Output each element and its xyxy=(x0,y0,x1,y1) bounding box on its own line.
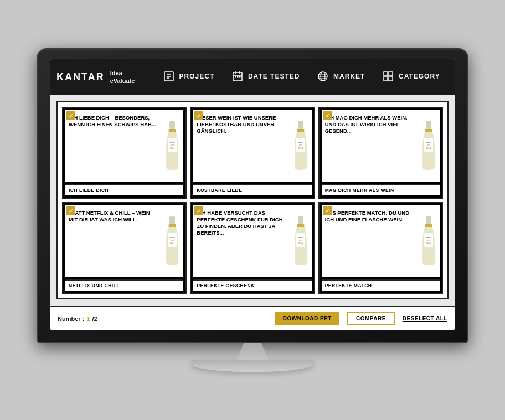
card-label-2: KOSTBARE LIEBE xyxy=(193,184,311,195)
content-area: ICH LIEBE DICH – BESONDERS, WENN ICH EIN… xyxy=(50,95,455,306)
card-inner-6: DAS PERFEKTE MATCH: DU UND ICH UND EINE … xyxy=(322,205,440,277)
svg-rect-49 xyxy=(297,224,304,227)
svg-rect-8 xyxy=(235,76,236,78)
table-row[interactable]: ICH HABE VERSUCHT DAS PERFEKTE GESCHENK … xyxy=(190,202,315,294)
card-label-1: ICH LIEBE DICH xyxy=(65,184,183,195)
card-label-4: NETFLIX UND CHILL xyxy=(65,279,183,291)
navbar: KANTAR Idea eValuate xyxy=(50,59,455,95)
brand-subtitle: Idea eValuate xyxy=(110,69,135,85)
card-text-block-6: DAS PERFEKTE MATCH: DU UND ICH UND EINE … xyxy=(322,205,418,277)
svg-text:750ml: 750ml xyxy=(426,147,431,149)
svg-rect-9 xyxy=(237,76,239,78)
svg-rect-50 xyxy=(426,216,431,224)
table-row[interactable]: ICH LIEBE DICH – BESONDERS, WENN ICH EIN… xyxy=(62,107,187,199)
card-bottle-6: WEIN 2021 750ml xyxy=(418,205,440,277)
svg-rect-20 xyxy=(169,121,175,129)
project-icon xyxy=(163,70,175,82)
nav-items: PROJECT xyxy=(154,59,449,95)
brand: KANTAR Idea eValuate xyxy=(56,69,145,85)
svg-text:750ml: 750ml xyxy=(298,147,303,149)
svg-text:2021: 2021 xyxy=(298,240,302,242)
table-row[interactable]: DAS PERFEKTE MATCH: DU UND ICH UND EINE … xyxy=(318,202,443,294)
card-bottle-4: WEIN 2021 750ml xyxy=(161,205,183,277)
svg-rect-18 xyxy=(384,77,388,81)
brand-kantar: KANTAR xyxy=(56,71,105,83)
svg-rect-31 xyxy=(297,129,304,132)
card-checkbox-3[interactable] xyxy=(323,111,332,120)
svg-text:750ml: 750ml xyxy=(170,242,175,245)
card-text-block-1: ICH LIEBE DICH – BESONDERS, WENN ICH EIN… xyxy=(65,110,161,182)
card-text-block-4: STATT NETFLIX & CHILL – WEIN MIT DIR IST… xyxy=(65,205,161,277)
card-bottle-2: WEIN 2021 750ml xyxy=(290,110,312,182)
number-label: Number : xyxy=(58,315,84,322)
monitor-wrapper: KANTAR Idea eValuate xyxy=(37,48,468,372)
card-checkbox-6[interactable] xyxy=(323,206,332,215)
card-bottle-5: WEIN 2021 750ml xyxy=(290,205,312,277)
card-text-block-2: DIESER WEIN IST WIE UNSERE LIEBE: KOSTBA… xyxy=(193,110,289,182)
card-text-block-3: ICH MAG DICH MEHR ALS WEIN. UND DAS IST … xyxy=(322,110,418,182)
svg-rect-38 xyxy=(169,216,175,224)
compare-button[interactable]: COMPARE xyxy=(347,312,395,325)
svg-text:WEIN: WEIN xyxy=(170,237,176,239)
card-checkbox-2[interactable] xyxy=(194,111,203,120)
svg-rect-37 xyxy=(425,129,432,132)
svg-text:750ml: 750ml xyxy=(298,242,303,245)
svg-rect-19 xyxy=(389,77,393,81)
calendar-icon xyxy=(231,70,244,82)
svg-text:2021: 2021 xyxy=(427,144,431,147)
card-inner-3: ICH MAG DICH MEHR ALS WEIN. UND DAS IST … xyxy=(322,110,440,182)
card-label-3: MAG DICH MEHR ALS WEIN xyxy=(322,184,440,195)
svg-text:WEIN: WEIN xyxy=(426,237,431,239)
card-bottle-3: WEIN 2021 750ml xyxy=(418,110,440,182)
card-label-6: PERFEKTE MATCH xyxy=(322,279,440,291)
total-pages: /2 xyxy=(92,315,97,322)
table-row[interactable]: STATT NETFLIX & CHILL – WEIN MIT DIR IST… xyxy=(62,202,187,294)
category-icon xyxy=(382,70,394,82)
card-inner-2: DIESER WEIN IST WIE UNSERE LIEBE: KOSTBA… xyxy=(193,110,311,182)
table-row[interactable]: ICH MAG DICH MEHR ALS WEIN. UND DAS IST … xyxy=(318,107,443,199)
nav-category[interactable]: CATEGORY xyxy=(374,59,448,95)
card-grid: ICH LIEBE DICH – BESONDERS, WENN ICH EIN… xyxy=(62,107,443,294)
svg-rect-43 xyxy=(169,224,176,227)
svg-rect-44 xyxy=(298,216,303,224)
svg-text:WEIN: WEIN xyxy=(170,142,176,144)
card-inner-1: ICH LIEBE DICH – BESONDERS, WENN ICH EIN… xyxy=(65,110,183,182)
globe-icon xyxy=(317,70,329,82)
svg-text:750ml: 750ml xyxy=(426,242,431,245)
deselect-all-button[interactable]: DESELECT ALL xyxy=(403,315,447,322)
svg-text:WEIN: WEIN xyxy=(298,142,303,144)
table-row[interactable]: DIESER WEIN IST WIE UNSERE LIEBE: KOSTBA… xyxy=(190,107,315,199)
card-bottle-1: WEIN 2021 750ml xyxy=(161,110,183,182)
svg-rect-10 xyxy=(239,76,241,78)
svg-text:2021: 2021 xyxy=(427,240,431,242)
svg-text:750ml: 750ml xyxy=(170,147,175,149)
svg-text:2021: 2021 xyxy=(171,144,174,147)
card-checkbox-5[interactable] xyxy=(194,206,203,215)
svg-rect-26 xyxy=(298,121,303,129)
nav-date-tested[interactable]: DATE TESTED xyxy=(224,59,307,95)
card-text-block-5: ICH HABE VERSUCHT DAS PERFEKTE GESCHENK … xyxy=(193,205,289,277)
monitor-base xyxy=(192,360,313,372)
nav-market[interactable]: MARKET xyxy=(309,59,373,95)
download-ppt-button[interactable]: DOWNLOAD PPT xyxy=(275,312,339,325)
card-label-5: PERFEKTE GESCHENK xyxy=(193,279,311,291)
svg-text:WEIN: WEIN xyxy=(298,237,303,239)
svg-rect-55 xyxy=(425,224,432,227)
svg-rect-17 xyxy=(389,72,393,76)
svg-rect-32 xyxy=(426,121,431,129)
card-inner-5: ICH HABE VERSUCHT DAS PERFEKTE GESCHENK … xyxy=(193,205,311,277)
monitor-bezel: KANTAR Idea eValuate xyxy=(37,48,468,343)
svg-text:2021: 2021 xyxy=(298,144,302,147)
page-info: Number : 1 /2 xyxy=(58,315,267,322)
svg-rect-16 xyxy=(384,72,388,76)
screen: KANTAR Idea eValuate xyxy=(50,59,455,330)
svg-rect-25 xyxy=(169,129,176,132)
grid-container: ICH LIEBE DICH – BESONDERS, WENN ICH EIN… xyxy=(56,101,449,299)
card-checkbox-4[interactable] xyxy=(66,206,75,215)
card-checkbox-1[interactable] xyxy=(66,111,75,120)
monitor-neck xyxy=(230,343,275,360)
bottom-bar: Number : 1 /2 DOWNLOAD PPT COMPARE DESEL… xyxy=(50,306,455,330)
nav-project[interactable]: PROJECT xyxy=(155,59,223,95)
svg-text:2021: 2021 xyxy=(171,240,174,242)
svg-text:WEIN: WEIN xyxy=(426,142,431,144)
